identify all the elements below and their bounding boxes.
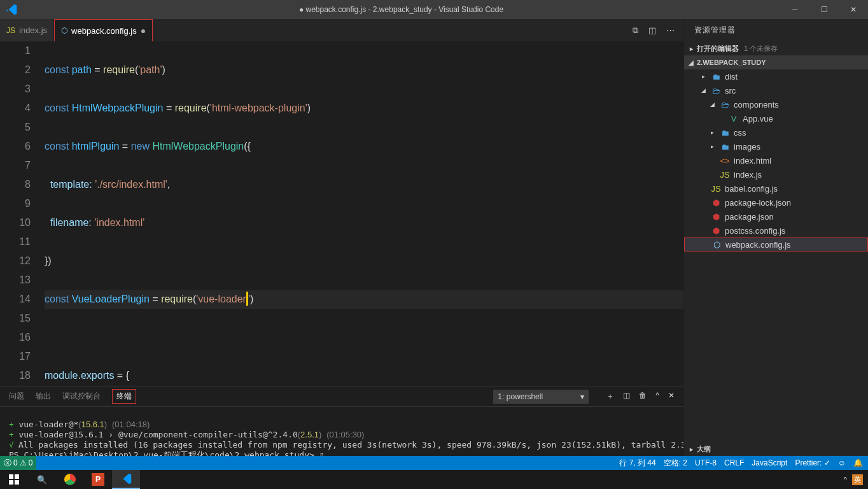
postcss-icon: ⬢ [711,226,721,236]
maximize-panel-icon[interactable]: ^ [655,391,659,402]
window-title: ● webpack.config.js - 2.webpack_study - … [22,5,780,14]
file-tree: ▸🖿dist ◢🗁src ◢🗁components VApp.vue ▸🖿css… [684,69,868,252]
windows-taskbar: 🔍 P ^英 [0,470,868,489]
dirty-icon: ● [141,25,146,36]
html-icon: <> [720,156,730,166]
panel-tab-terminal[interactable]: 终端 [112,389,136,404]
svg-rect-1 [15,474,19,479]
svg-rect-3 [15,480,19,485]
taskbar-chrome[interactable] [56,470,84,489]
code-editor[interactable]: 123456789101112131415161718 const path =… [0,41,683,386]
panel-tab-problems[interactable]: 问题 [9,390,24,403]
language-mode[interactable]: JavaScript [752,458,787,467]
code-content[interactable]: const path = require('path') const HtmlW… [45,41,683,386]
taskbar-vscode[interactable] [112,470,140,489]
bell-icon[interactable]: 🔔 [853,458,863,467]
folder-icon: 🖿 [720,142,730,152]
eol[interactable]: CRLF [724,458,744,467]
maximize-button[interactable]: ☐ [809,0,839,19]
more-icon[interactable]: ⋯ [666,25,675,35]
tree-item-indexhtml[interactable]: <>index.html [684,153,868,167]
status-bar: ⓧ0 ⚠0 行 7, 列 44 空格: 2 UTF-8 CRLF JavaScr… [0,456,868,470]
webpack-icon: ⬡ [61,26,67,35]
system-tray[interactable]: ^英 [844,474,868,485]
tree-item-css[interactable]: ▸🖿css [684,125,868,139]
project-section[interactable]: ◢2.WEBPACK_STUDY [684,55,868,69]
bottom-panel: 问题 输出 调试控制台 终端 1: powershell▾ ＋ ◫ 🗑 ^ ✕ … [0,386,683,456]
open-editors-section[interactable]: ▸打开的编辑器1 个未保存 [684,41,868,55]
taskbar-powerpoint[interactable]: P [84,470,112,489]
line-numbers: 123456789101112131415161718 [0,41,45,386]
js-icon: JS [6,26,15,35]
chevron-right-icon: ▸ [687,45,696,52]
tree-item-appvue[interactable]: VApp.vue [684,111,868,125]
taskbar-search-icon[interactable]: 🔍 [28,470,56,489]
tab-webpack-config[interactable]: ⬡ webpack.config.js ● [54,19,153,41]
titlebar: ● webpack.config.js - 2.webpack_study - … [0,0,868,19]
js-icon: JS [711,184,721,194]
svg-rect-0 [9,474,13,479]
tree-item-images[interactable]: ▸🖿images [684,139,868,153]
npm-icon: ⬢ [711,212,721,222]
cursor-position[interactable]: 行 7, 列 44 [619,458,655,469]
svg-rect-2 [9,480,13,485]
start-button[interactable] [0,470,28,489]
minimize-button[interactable]: ─ [780,0,809,19]
folder-open-icon: 🗁 [711,86,721,96]
tab-indexjs[interactable]: JS index.js [0,19,54,41]
close-button[interactable]: ✕ [839,0,868,19]
tree-item-dist[interactable]: ▸🖿dist [684,69,868,83]
tree-item-postcssconfig[interactable]: ⬢postcss.config.js [684,223,868,237]
tab-label: webpack.config.js [71,26,137,36]
split-terminal-icon[interactable]: ◫ [623,391,630,402]
kill-terminal-icon[interactable]: 🗑 [639,391,647,402]
feedback-icon[interactable]: ☺ [838,458,846,467]
chevron-right-icon: ▸ [687,446,696,453]
tree-item-babelconfig[interactable]: JSbabel.config.js [684,181,868,195]
explorer-sidebar: 资源管理器 ▸打开的编辑器1 个未保存 ◢2.WEBPACK_STUDY ▸🖿d… [683,19,868,456]
new-terminal-icon[interactable]: ＋ [606,391,614,402]
panel-tab-debug[interactable]: 调试控制台 [62,390,101,403]
terminal-content[interactable]: + vue-loader@*(15.6.1) (01:04:18) + vue-… [0,407,683,456]
npm-icon: ⬢ [711,198,721,208]
chevron-down-icon: ▾ [580,392,584,401]
tray-up-icon: ^ [844,476,847,483]
outline-section[interactable]: ▸大纲 [684,442,868,456]
editor-tabs: JS index.js ⬡ webpack.config.js ● ⧉ ◫ ⋯ [0,19,683,41]
sidebar-title: 资源管理器 [684,19,868,41]
tree-item-src[interactable]: ◢🗁src [684,83,868,97]
tab-label: index.js [19,25,47,35]
folder-icon: 🖿 [720,128,730,138]
js-icon: JS [720,170,730,180]
webpack-icon: ⬡ [711,240,722,250]
vscode-icon [0,4,22,15]
encoding[interactable]: UTF-8 [695,458,717,467]
chevron-down-icon: ◢ [687,59,696,66]
tree-item-webpackconfig[interactable]: ⬡webpack.config.js [684,237,868,252]
indent-spaces[interactable]: 空格: 2 [664,458,687,469]
folder-icon: 🖿 [711,72,721,82]
compare-icon[interactable]: ⧉ [633,25,638,36]
tree-item-components[interactable]: ◢🗁components [684,97,868,111]
tree-item-indexjs[interactable]: JSindex.js [684,167,868,181]
panel-tab-output[interactable]: 输出 [36,390,51,403]
close-panel-icon[interactable]: ✕ [668,391,675,402]
tree-item-packagelock[interactable]: ⬢package-lock.json [684,195,868,209]
split-icon[interactable]: ◫ [648,25,656,35]
vue-icon: V [729,114,739,124]
tree-item-packagejson[interactable]: ⬢package.json [684,209,868,223]
status-errors[interactable]: ⓧ0 ⚠0 [0,456,36,470]
folder-open-icon: 🗁 [720,100,730,110]
terminal-selector[interactable]: 1: powershell▾ [493,390,589,404]
prettier-status[interactable]: Prettier: ✓ [795,458,830,467]
